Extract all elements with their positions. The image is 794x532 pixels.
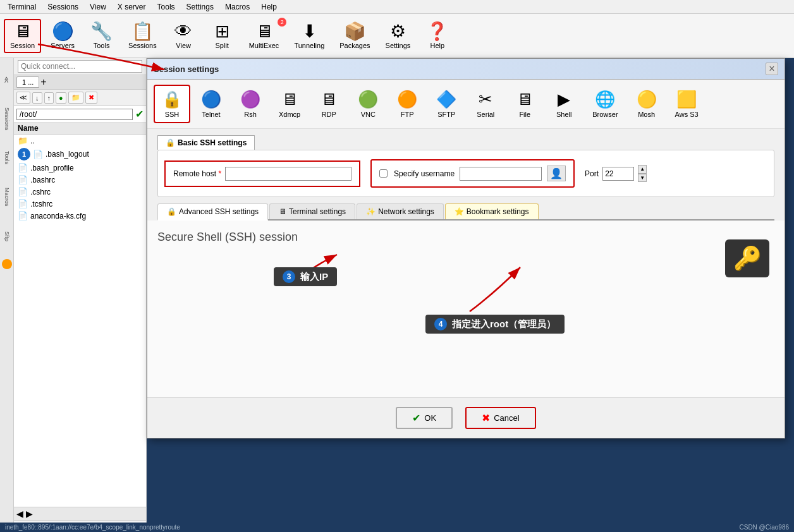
cancel-button[interactable]: ✖ Cancel (465, 407, 535, 429)
proto-rsh[interactable]: 🟣 Rsh (232, 85, 269, 123)
sidebar-macros-label[interactable]: Macros (1, 178, 13, 216)
menu-settings[interactable]: Settings (181, 1, 219, 13)
proto-telnet[interactable]: 🔵 Telnet (193, 85, 229, 123)
toolbar-packages[interactable]: 📦 Packages (334, 20, 376, 52)
sub-tabs: 🔒 Advanced SSH settings 🖥 Terminal setti… (157, 203, 774, 221)
proto-serial[interactable]: ✂ Serial (467, 85, 504, 123)
toolbar-view[interactable]: 👁 View (166, 20, 201, 52)
proto-browser[interactable]: 🌐 Browser (585, 85, 625, 123)
nav-left-icon[interactable]: ◀ (16, 509, 23, 519)
proto-vnc[interactable]: 🟢 VNC (350, 85, 386, 123)
list-item[interactable]: 📄 anaconda-ks.cfg (14, 210, 146, 222)
nav-right-icon[interactable]: ▶ (26, 509, 33, 519)
toolbar-tunneling[interactable]: ⬇ Tunneling (288, 20, 330, 52)
toolbar-multiexec[interactable]: 2 🖥 MultiExec (243, 20, 285, 52)
rdp-icon: 🖥 (321, 90, 337, 109)
menu-macros[interactable]: Macros (220, 1, 255, 13)
help-icon: ❓ (426, 23, 448, 40)
annotation-3: 3 输入IP (274, 267, 337, 286)
toolbar-tools[interactable]: 🔧 Tools (84, 20, 119, 52)
proto-sftp[interactable]: 🔷 SFTP (428, 85, 465, 123)
ok-button[interactable]: ✔ OK (396, 407, 453, 429)
list-item[interactable]: 📄 .tcshrc (14, 198, 146, 210)
add-tab-btn[interactable]: + (40, 76, 46, 88)
port-spin-up[interactable]: ▲ (638, 165, 647, 173)
sftp-indicator[interactable] (2, 259, 12, 269)
proto-ftp[interactable]: 🟠 FTP (389, 85, 425, 123)
path-input[interactable] (16, 109, 133, 120)
required-star: * (218, 169, 221, 178)
toolbar-split[interactable]: ⊞ Split (205, 20, 240, 52)
proto-awss3[interactable]: 🟨 Aws S3 (668, 85, 706, 123)
multiexec-label: MultiExec (249, 42, 279, 49)
fp-close[interactable]: ✖ (85, 92, 97, 104)
sidebar-item-sessions[interactable]: ≪ (1, 61, 13, 99)
fp-nav-left[interactable]: ≪ (16, 92, 30, 104)
sftp-icon: 🔷 (436, 90, 456, 109)
remote-host-input[interactable] (225, 167, 351, 181)
proto-xdmcp[interactable]: 🖥 Xdmcp (271, 85, 308, 123)
list-item[interactable]: 📄 .bashrc (14, 174, 146, 186)
toolbar-servers[interactable]: 🔵 Servers (45, 20, 80, 52)
tab-advanced-ssh[interactable]: 🔒 Advanced SSH settings (157, 203, 268, 221)
menu-sessions[interactable]: Sessions (42, 1, 83, 13)
ftp-label: FTP (401, 111, 414, 118)
awss3-icon: 🟨 (676, 90, 697, 109)
tunneling-label: Tunneling (294, 42, 324, 49)
list-item[interactable]: 📁 .. (14, 135, 146, 147)
awss3-label: Aws S3 (675, 111, 699, 118)
file-name-header: Name (14, 123, 146, 135)
fp-nav-down[interactable]: ↓ (32, 92, 42, 104)
proto-shell[interactable]: ▶ Shell (546, 85, 582, 123)
file-icon-4: 📄 (18, 187, 28, 196)
menu-help[interactable]: Help (256, 1, 282, 13)
sidebar-tools-label[interactable]: Tools (1, 139, 13, 177)
menu-xserver[interactable]: X server (113, 1, 151, 13)
quick-connect-input[interactable] (18, 60, 142, 73)
dialog-close-button[interactable]: × (766, 63, 778, 75)
panel-nav-bottom: ◀ ▶ (14, 507, 146, 520)
dialog-title-bar: Session settings × (147, 59, 785, 80)
fp-folder[interactable]: 📁 (68, 92, 83, 104)
tunneling-icon: ⬇ (302, 23, 317, 40)
tab-terminal-settings[interactable]: 🖥 Terminal settings (269, 203, 355, 219)
watermark: CSDN @Ciao986 (739, 524, 789, 531)
sidebar-sftp-label[interactable]: Sftp (1, 217, 13, 255)
ftp-icon: 🟠 (397, 90, 417, 109)
menu-terminal[interactable]: Terminal (3, 1, 41, 13)
fp-refresh[interactable]: ● (56, 92, 66, 104)
proto-mosh[interactable]: 🟡 Mosh (628, 85, 665, 123)
specify-username-checkbox[interactable] (379, 169, 388, 178)
toolbar-session[interactable]: 🖥 Session (4, 19, 41, 53)
rdp-label: RDP (322, 111, 336, 118)
toolbar-help[interactable]: ❓ Help (420, 20, 455, 52)
proto-ssh[interactable]: 🔒 SSH (154, 85, 190, 123)
fp-nav-up[interactable]: ↑ (44, 92, 54, 104)
toolbar-sessions[interactable]: 📋 Sessions (123, 20, 162, 52)
tab-bookmark-settings[interactable]: ⭐ Bookmark settings (445, 203, 539, 219)
list-item[interactable]: 📄 .bash_profile (14, 162, 146, 174)
xdmcp-icon: 🖥 (281, 90, 298, 109)
proto-file[interactable]: 🖥 File (506, 85, 543, 123)
list-item[interactable]: 📄 .cshrc (14, 186, 146, 198)
advanced-tab-icon: 🔒 (167, 207, 176, 216)
port-spin-down[interactable]: ▼ (638, 174, 647, 182)
sidebar-sessions-label[interactable]: Sessions (1, 100, 13, 138)
tab-network-settings[interactable]: ✨ Network settings (357, 203, 444, 219)
file-icon-3: 📄 (18, 175, 28, 184)
menu-tools[interactable]: Tools (152, 1, 180, 13)
user-select-button[interactable]: 👤 (547, 166, 566, 181)
dialog-footer: ✔ OK ✖ Cancel (147, 397, 785, 438)
port-input[interactable] (602, 167, 634, 181)
list-item[interactable]: 1 📄 .bash_logout (14, 147, 146, 162)
file-tab[interactable]: 1 ... (16, 76, 39, 88)
menu-view[interactable]: View (85, 1, 111, 13)
username-input[interactable] (460, 167, 542, 181)
basic-ssh-tab[interactable]: 🔒 Basic SSH settings (157, 135, 256, 150)
network-tab-label: Network settings (378, 207, 434, 216)
ssh-settings-section: 🔒 Basic SSH settings Remote host * Speci… (147, 129, 785, 203)
annotation-3-badge: 3 (283, 270, 295, 283)
toolbar-settings[interactable]: ⚙ Settings (380, 20, 417, 52)
proto-rdp[interactable]: 🖥 RDP (310, 85, 347, 123)
rsh-label: Rsh (244, 111, 257, 118)
